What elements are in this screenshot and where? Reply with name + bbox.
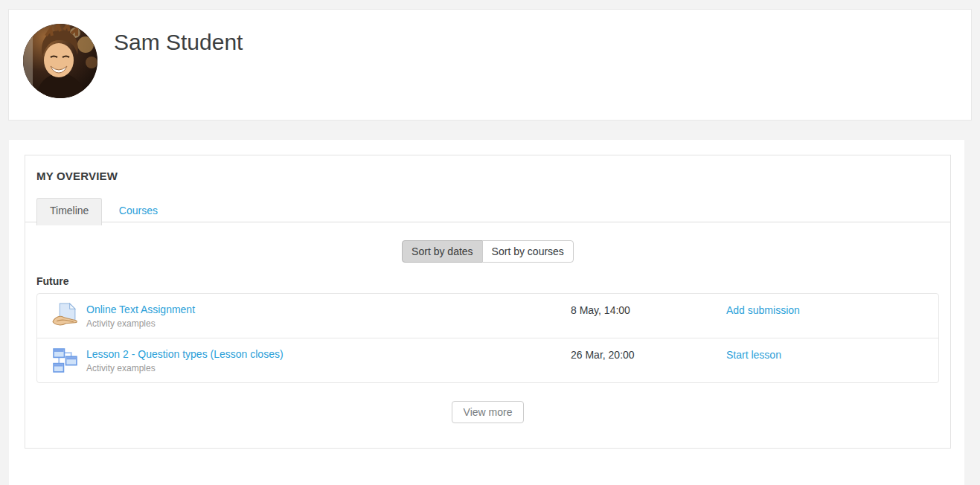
event-text: Lesson 2 - Question types (Lesson closes… (86, 338, 571, 382)
main-content-card: MY OVERVIEW Timeline Courses Sort by dat… (9, 140, 964, 485)
event-title-link[interactable]: Lesson 2 - Question types (Lesson closes… (86, 348, 284, 360)
event-row: Lesson 2 - Question types (Lesson closes… (36, 338, 939, 383)
event-due-date: 26 Mar, 20:00 (571, 338, 726, 361)
event-due-date: 8 May, 14:00 (571, 294, 726, 316)
user-avatar-image (23, 24, 97, 98)
my-overview-block: MY OVERVIEW Timeline Courses Sort by dat… (25, 155, 951, 449)
event-action: Add submission (726, 294, 938, 316)
view-more-row: View more (36, 401, 939, 423)
sort-by-courses-button[interactable]: Sort by courses (482, 240, 574, 263)
block-title: MY OVERVIEW (36, 170, 939, 182)
user-avatar (23, 24, 97, 98)
profile-header-card: Sam Student (8, 9, 972, 121)
view-more-button[interactable]: View more (452, 401, 525, 423)
overview-tabbar: Timeline Courses (36, 198, 939, 225)
page-title: Sam Student (114, 26, 243, 59)
tab-timeline[interactable]: Timeline (36, 198, 102, 225)
event-course-name: Activity examples (86, 319, 571, 329)
sort-button-row: Sort by dates Sort by courses (36, 240, 939, 263)
event-course-name: Activity examples (86, 364, 571, 373)
event-row: Online Text Assignment Activity examples… (36, 293, 939, 338)
sort-button-group: Sort by dates Sort by courses (402, 240, 574, 263)
event-title-link[interactable]: Online Text Assignment (86, 303, 195, 315)
event-action: Start lesson (726, 338, 938, 361)
sort-by-dates-button[interactable]: Sort by dates (402, 240, 483, 263)
event-list: Online Text Assignment Activity examples… (36, 293, 939, 383)
add-submission-link[interactable]: Add submission (726, 304, 800, 316)
tab-courses[interactable]: Courses (106, 199, 170, 222)
lesson-icon (52, 347, 78, 373)
event-text: Online Text Assignment Activity examples (86, 294, 571, 338)
start-lesson-link[interactable]: Start lesson (726, 349, 781, 361)
assignment-icon (52, 303, 78, 329)
timeline-section-label: Future (36, 275, 939, 287)
